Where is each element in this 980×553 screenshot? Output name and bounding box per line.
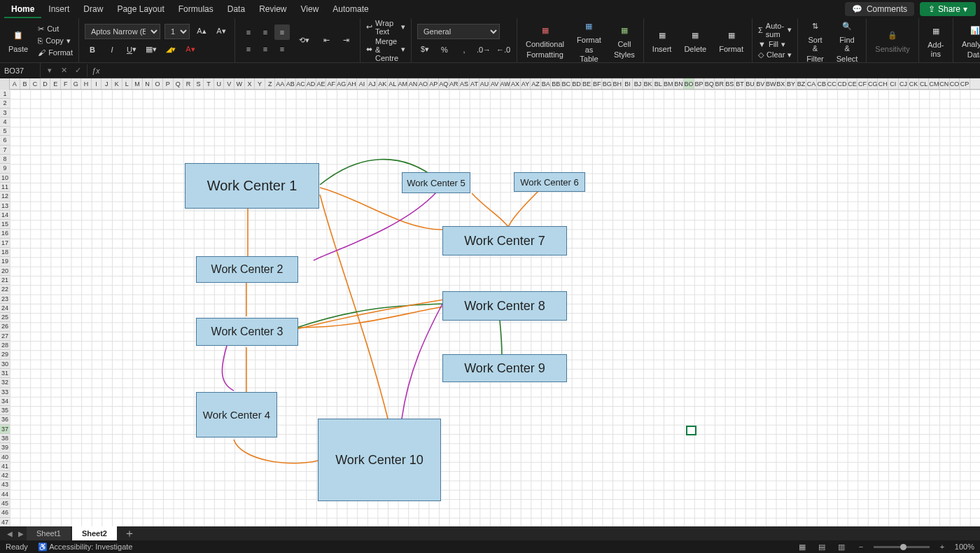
row-header[interactable]: 25 bbox=[0, 313, 10, 322]
fx-icon[interactable]: ƒx bbox=[88, 66, 104, 75]
paste-button[interactable]: 📋 Paste bbox=[6, 27, 31, 53]
row-header[interactable]: 33 bbox=[0, 388, 10, 397]
column-header[interactable]: BA bbox=[541, 78, 552, 89]
row-header[interactable]: 2 bbox=[0, 99, 10, 108]
shape-work-center-8[interactable]: Work Center 8 bbox=[442, 291, 567, 321]
column-header[interactable]: A bbox=[10, 78, 20, 89]
comments-button[interactable]: 💬 Comments bbox=[845, 2, 914, 16]
row-header[interactable]: 4 bbox=[0, 118, 10, 127]
column-header[interactable]: BO bbox=[684, 78, 694, 89]
align-right-button[interactable]: ≡ bbox=[274, 41, 290, 57]
column-header[interactable]: R bbox=[183, 78, 194, 89]
insert-cells-button[interactable]: ▦Insert bbox=[650, 27, 675, 53]
column-header[interactable]: AQ bbox=[439, 78, 449, 89]
column-header[interactable]: AH bbox=[347, 78, 358, 89]
align-left-button[interactable]: ≡ bbox=[241, 41, 256, 57]
column-header[interactable]: CG bbox=[868, 78, 878, 89]
column-header[interactable]: CK bbox=[909, 78, 919, 89]
italic-button[interactable]: I bbox=[104, 42, 120, 57]
percent-button[interactable]: % bbox=[437, 42, 452, 57]
row-header[interactable]: 43 bbox=[0, 480, 10, 489]
row-header[interactable]: 44 bbox=[0, 490, 10, 499]
column-header[interactable]: BE bbox=[582, 78, 592, 89]
align-top-button[interactable]: ≡ bbox=[241, 24, 256, 40]
format-cells-button[interactable]: ▦Format bbox=[716, 27, 746, 53]
zoom-out-button[interactable]: − bbox=[854, 542, 868, 552]
column-header[interactable]: U bbox=[214, 78, 225, 89]
currency-button[interactable]: $▾ bbox=[417, 42, 433, 57]
column-header[interactable]: Z bbox=[265, 78, 276, 89]
column-header[interactable]: AV bbox=[490, 78, 500, 89]
column-header[interactable]: BF bbox=[592, 78, 603, 89]
row-header[interactable]: 38 bbox=[0, 434, 10, 443]
column-header[interactable]: CO bbox=[950, 78, 960, 89]
shape-work-center-3[interactable]: Work Center 3 bbox=[196, 318, 298, 346]
row-header[interactable]: 6 bbox=[0, 136, 10, 145]
view-page-break-button[interactable]: ▥ bbox=[834, 542, 848, 552]
column-header[interactable]: L bbox=[122, 78, 133, 89]
row-header[interactable]: 26 bbox=[0, 322, 10, 331]
column-header[interactable]: AT bbox=[470, 78, 480, 89]
column-header[interactable]: AX bbox=[510, 78, 521, 89]
column-header[interactable]: CN bbox=[939, 78, 950, 89]
sensitivity-button[interactable]: 🔒Sensitivity bbox=[872, 27, 913, 53]
column-header[interactable]: CE bbox=[848, 78, 858, 89]
autosum-button[interactable]: ΣAuto-sum▾ bbox=[758, 21, 792, 39]
clear-button[interactable]: ◇Clear▾ bbox=[758, 50, 792, 60]
row-header[interactable]: 14 bbox=[0, 211, 10, 220]
column-header[interactable]: AM bbox=[398, 78, 409, 89]
tab-review[interactable]: Review bbox=[252, 0, 293, 18]
row-header[interactable]: 34 bbox=[0, 397, 10, 406]
fill-button[interactable]: ▼Fill▾ bbox=[758, 39, 792, 50]
increase-font-button[interactable]: A▴ bbox=[194, 24, 209, 39]
column-header[interactable]: AY bbox=[521, 78, 531, 89]
accessibility-status[interactable]: ♿ Accessibility: Investigate bbox=[38, 542, 133, 552]
row-header[interactable]: 13 bbox=[0, 202, 10, 211]
column-header[interactable]: AR bbox=[449, 78, 460, 89]
align-center-button[interactable]: ≡ bbox=[258, 41, 273, 57]
row-header[interactable]: 23 bbox=[0, 295, 10, 304]
shape-work-center-5[interactable]: Work Center 5 bbox=[402, 172, 470, 193]
decrease-decimal-button[interactable]: ←.0 bbox=[496, 42, 511, 57]
fill-color-button[interactable]: ◢▾ bbox=[163, 42, 178, 57]
column-header[interactable]: BL bbox=[653, 78, 664, 89]
column-header[interactable]: BP bbox=[694, 78, 705, 89]
column-header[interactable]: S bbox=[194, 78, 204, 89]
row-header[interactable]: 31 bbox=[0, 369, 10, 378]
row-header[interactable]: 3 bbox=[0, 108, 10, 118]
sheet-tab-sheet1[interactable]: Sheet1 bbox=[27, 526, 71, 540]
format-painter-button[interactable]: 🖌Format bbox=[38, 48, 73, 57]
column-header[interactable]: T bbox=[204, 78, 214, 89]
copy-button[interactable]: ⎘Copy▾ bbox=[38, 36, 73, 46]
confirm-formula-button[interactable]: ✓ bbox=[71, 64, 84, 77]
column-header[interactable]: BM bbox=[664, 78, 674, 89]
row-header[interactable]: 11 bbox=[0, 183, 10, 192]
column-header[interactable]: J bbox=[102, 78, 112, 89]
column-header[interactable]: BQ bbox=[704, 78, 715, 89]
share-button[interactable]: ⇪ Share ▾ bbox=[920, 2, 976, 16]
name-box-chevron-icon[interactable]: ▾ bbox=[43, 64, 56, 77]
column-header[interactable]: P bbox=[163, 78, 174, 89]
cell-styles-button[interactable]: ▦CellStyles bbox=[611, 22, 638, 58]
zoom-in-button[interactable]: + bbox=[935, 542, 949, 552]
shape-work-center-1[interactable]: Work Center 1 bbox=[185, 163, 319, 209]
font-name-select[interactable]: Aptos Narrow (Bod… bbox=[85, 24, 160, 39]
cancel-formula-button[interactable]: ✕ bbox=[57, 64, 70, 77]
row-header[interactable]: 18 bbox=[0, 248, 10, 257]
tab-insert[interactable]: Insert bbox=[41, 0, 76, 18]
row-header[interactable]: 28 bbox=[0, 341, 10, 350]
orientation-button[interactable]: ⟲▾ bbox=[297, 33, 312, 48]
analyse-data-button[interactable]: 📊AnalyseData bbox=[959, 22, 980, 58]
column-header[interactable]: AL bbox=[388, 78, 398, 89]
row-header[interactable]: 47 bbox=[0, 518, 10, 527]
row-header[interactable]: 17 bbox=[0, 239, 10, 248]
column-header[interactable]: BT bbox=[735, 78, 746, 89]
column-header[interactable]: BG bbox=[602, 78, 612, 89]
column-header[interactable]: AU bbox=[479, 78, 490, 89]
selected-cell[interactable] bbox=[686, 426, 696, 435]
row-headers[interactable]: 1234567891011121314151617181920212223242… bbox=[0, 90, 10, 538]
tab-page-layout[interactable]: Page Layout bbox=[110, 0, 171, 18]
spreadsheet-grid[interactable]: ABCDEFGHIJKLMNOPQRSTUVWXYZAAABACADAEAFAG… bbox=[0, 78, 980, 538]
column-header[interactable]: AN bbox=[408, 78, 419, 89]
increase-decimal-button[interactable]: .0→ bbox=[476, 42, 491, 57]
